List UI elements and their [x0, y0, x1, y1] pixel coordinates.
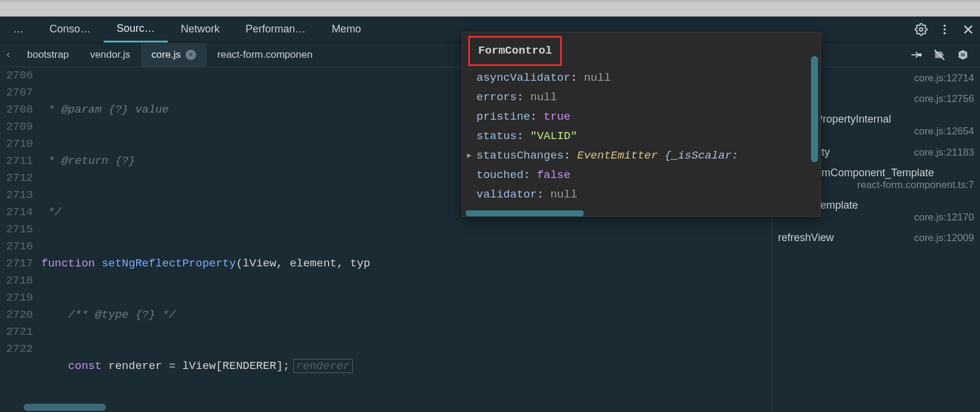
tab-performance[interactable]: Performan…: [233, 17, 319, 41]
hover-property-row[interactable]: errors: null: [476, 88, 812, 107]
close-devtools-icon[interactable]: [956, 17, 980, 42]
hover-property-row[interactable]: validator: null: [476, 185, 812, 205]
hover-property-row[interactable]: touched: false: [476, 166, 812, 185]
tab-sources[interactable]: Sourc…: [104, 17, 168, 42]
svg-rect-9: [961, 53, 962, 57]
hover-property-row[interactable]: asyncValidator: null: [476, 68, 812, 88]
pause-icon[interactable]: [953, 45, 973, 65]
file-tab-core[interactable]: core.js ×: [141, 43, 207, 67]
hover-property-row[interactable]: pristine: true: [476, 107, 812, 127]
settings-icon[interactable]: [909, 17, 933, 42]
svg-point-2: [943, 28, 946, 31]
tab-console[interactable]: Conso…: [37, 17, 104, 41]
file-tab-vendor[interactable]: vendor.js: [80, 43, 141, 67]
tab-memory[interactable]: Memo: [319, 17, 374, 41]
file-tab-reactform[interactable]: react-form.componen: [207, 43, 323, 67]
tab-network[interactable]: Network: [168, 17, 233, 41]
hover-vscroll[interactable]: [811, 56, 818, 205]
svg-rect-10: [964, 53, 965, 57]
hover-property-row[interactable]: ▸statusChanges: EventEmitter {_isScalar:: [476, 146, 812, 166]
svg-point-3: [943, 32, 946, 34]
hover-vscroll-thumb[interactable]: [811, 56, 818, 162]
file-nav-left-icon[interactable]: [0, 42, 16, 67]
close-tab-icon[interactable]: ×: [186, 50, 196, 60]
line-gutter: 2706 2707 2708 2709 2710 2711 2712 2713 …: [0, 67, 38, 412]
file-tab-bootstrap[interactable]: bootstrap: [16, 43, 80, 67]
kebab-menu-icon[interactable]: [933, 17, 956, 42]
editor-hscroll-thumb[interactable]: [24, 404, 106, 411]
hover-property-row[interactable]: status: "VALID": [476, 127, 812, 146]
callstack-frame[interactable]: refreshViewcore.js:12009: [778, 232, 974, 244]
step-icon[interactable]: [906, 45, 926, 65]
svg-point-7: [919, 54, 922, 56]
window-chrome: [0, 0, 980, 17]
svg-point-0: [919, 28, 923, 31]
hover-title: FormControl: [468, 36, 562, 66]
value-hover-popup: FormControl asyncValidator: nullerrors: …: [462, 32, 821, 217]
hover-hscroll-thumb[interactable]: [466, 210, 584, 216]
file-tab-label: core.js: [151, 49, 181, 61]
svg-point-1: [943, 24, 946, 27]
deactivate-breakpoints-icon[interactable]: [929, 45, 949, 65]
tab-elements-truncated[interactable]: …: [0, 17, 37, 41]
